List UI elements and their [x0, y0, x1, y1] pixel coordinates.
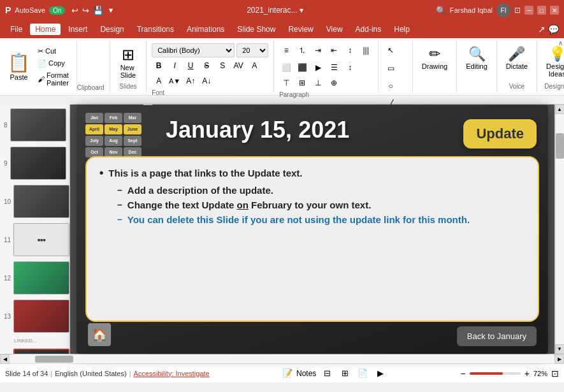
fit-slide-button[interactable]: ⊡	[551, 368, 559, 379]
italic-button[interactable]: I	[168, 59, 182, 73]
list-number-button[interactable]: ⒈	[295, 43, 309, 57]
zoom-slider[interactable]	[470, 372, 521, 375]
cut-button[interactable]: ✂ Cut	[35, 46, 71, 57]
align-center-button[interactable]: ⬛	[295, 61, 309, 75]
new-slide-button[interactable]: ⊞ NewSlide	[115, 43, 141, 82]
font-size-select[interactable]: 20	[236, 43, 268, 57]
comments-icon[interactable]: 💬	[548, 24, 559, 34]
drawing-button[interactable]: ✏ Drawing	[418, 43, 451, 73]
share-icon[interactable]: ↗	[538, 24, 546, 34]
slide-thumb-12[interactable]: 12	[3, 260, 67, 296]
design-ideas-button[interactable]: 💡 DesignIdeas	[542, 43, 564, 80]
menu-review[interactable]: Review	[283, 24, 318, 35]
slide-thumb-11[interactable]: 11 ■■■	[3, 222, 67, 258]
menu-animations[interactable]: Animations	[182, 24, 229, 35]
indent-less-button[interactable]: ⇤	[327, 43, 341, 57]
smartart-button[interactable]: ⊕	[327, 76, 341, 90]
bold-button[interactable]: B	[152, 59, 166, 73]
format-painter-button[interactable]: 🖌 Format Painter	[35, 70, 71, 88]
designer-group: 💡 DesignIdeas Designer	[537, 41, 564, 92]
scroll-right-arrow[interactable]: ▶	[554, 354, 564, 364]
align-right-button[interactable]: ▶	[311, 61, 325, 75]
search-icon[interactable]: 🔍	[436, 6, 446, 15]
menu-view[interactable]: View	[321, 24, 348, 35]
close-button[interactable]: ✕	[550, 6, 559, 15]
menu-transitions[interactable]: Transitions	[132, 24, 179, 35]
direction-button[interactable]: ↕	[343, 43, 357, 57]
editing-button[interactable]: 🔍 Editing	[462, 43, 491, 73]
copy-button[interactable]: 📄 Copy	[35, 58, 71, 69]
maximize-button[interactable]: □	[537, 6, 546, 15]
zoom-out-icon[interactable]: −	[461, 368, 466, 379]
customize-icon[interactable]: ▼	[107, 6, 114, 14]
fontsize-shrink-button[interactable]: A↓	[199, 74, 213, 88]
undo-icon[interactable]: ↩	[71, 6, 78, 15]
underline-button[interactable]: U	[184, 59, 198, 73]
columns-button[interactable]: |||	[359, 43, 373, 57]
normal-view-button[interactable]: ⊟	[320, 367, 334, 381]
update-button[interactable]: Update	[463, 119, 537, 149]
reading-view-button[interactable]: 📄	[356, 367, 370, 381]
slide-thumb-9[interactable]: 9	[3, 145, 67, 181]
ribbon-display-icon[interactable]: ⊡	[514, 6, 521, 15]
h-scroll-track[interactable]	[10, 354, 554, 363]
paste-button[interactable]: 📋 Paste	[5, 50, 33, 83]
home-icon[interactable]: 🏠	[88, 323, 111, 346]
dictate-button[interactable]: 🎤 Dictate	[502, 43, 531, 73]
clearformat-button[interactable]: A	[247, 59, 261, 73]
font-family-select[interactable]: Calibri (Body)	[152, 43, 235, 57]
scroll-up-arrow[interactable]: ▲	[555, 105, 565, 114]
scroll-down-arrow[interactable]: ▼	[555, 344, 565, 354]
scroll-track[interactable]	[556, 114, 564, 344]
shadow-button[interactable]: S	[215, 59, 229, 73]
menu-home[interactable]: Home	[30, 24, 61, 35]
save-icon[interactable]: 💾	[93, 6, 103, 15]
textalign-top-button[interactable]: ⊤	[279, 76, 293, 90]
accessibility-label[interactable]: Accessibility: Investigate	[134, 370, 210, 377]
indent-more-button[interactable]: ⇥	[311, 43, 325, 57]
menu-slideshow[interactable]: Slide Show	[232, 24, 280, 35]
zoom-level: 72%	[533, 370, 547, 377]
menu-addins[interactable]: Add-ins	[351, 24, 387, 35]
on-link[interactable]: on	[236, 200, 248, 210]
right-scrollbar[interactable]: ▲ ▼	[554, 105, 564, 354]
draw-rect-button[interactable]: ▭	[384, 61, 398, 75]
scroll-thumb[interactable]	[556, 133, 564, 159]
slide-main: Jan Feb Mar April May June July Aug Sept…	[70, 105, 554, 354]
align-left-button[interactable]: ⬜	[279, 61, 293, 75]
textalign-mid-button[interactable]: ⊞	[295, 76, 309, 90]
back-to-january-button[interactable]: Back to January	[457, 326, 537, 346]
list-bullet-button[interactable]: ≡	[279, 43, 293, 57]
strikethrough-button[interactable]: S	[199, 59, 213, 73]
fontsize-grow-button[interactable]: A↑	[184, 74, 198, 88]
slide-thumb-14[interactable]: 14 January 15, 2021 • Update page	[3, 347, 67, 354]
ribbon-collapse-button[interactable]: ∧	[558, 40, 563, 47]
draw-oval-button[interactable]: ○	[384, 79, 398, 93]
textalign-bot-button[interactable]: ⊥	[311, 76, 325, 90]
draw-select-button[interactable]: ↖	[384, 43, 398, 57]
h-scrollbar[interactable]: ◀ ▶	[0, 354, 564, 363]
h-scroll-thumb[interactable]	[35, 356, 73, 363]
linespace-button[interactable]: ↕	[343, 61, 357, 75]
autosave-badge[interactable]: On	[49, 6, 65, 15]
slidesorter-view-button[interactable]: ⊞	[338, 367, 352, 381]
menu-help[interactable]: Help	[389, 24, 415, 35]
redo-icon[interactable]: ↪	[82, 6, 89, 15]
fontcolor-button[interactable]: A	[152, 74, 166, 88]
scroll-left-arrow[interactable]: ◀	[0, 354, 10, 364]
menu-file[interactable]: File	[5, 24, 27, 35]
menu-insert[interactable]: Insert	[63, 24, 92, 35]
bottom-left: Slide 14 of 34 | English (United States)…	[5, 370, 210, 377]
justify-button[interactable]: ☰	[327, 61, 341, 75]
slide-thumb-13[interactable]: 13	[3, 298, 67, 334]
slide-thumb-10[interactable]: 10	[3, 184, 67, 219]
minimize-button[interactable]: ─	[524, 6, 533, 15]
notes-label[interactable]: Notes	[296, 369, 316, 378]
zoom-in-icon[interactable]: +	[524, 368, 530, 379]
slideshow-view-button[interactable]: ▶	[373, 367, 387, 381]
charspacing-button[interactable]: AV	[231, 59, 245, 73]
font-group: Calibri (Body) 20 B I U S S AV A A A▼ A↑…	[147, 41, 274, 92]
slide-thumb-8[interactable]: 8	[3, 107, 67, 143]
textcolor-button[interactable]: A▼	[168, 74, 182, 88]
menu-design[interactable]: Design	[95, 24, 129, 35]
